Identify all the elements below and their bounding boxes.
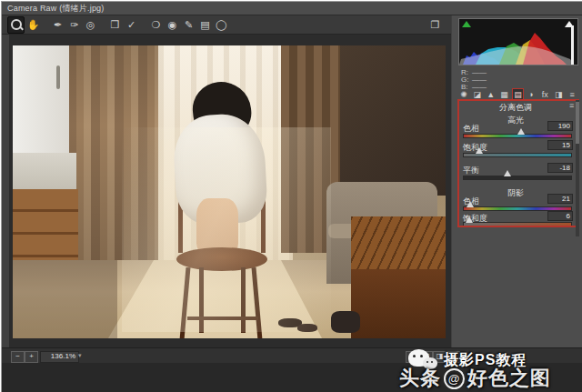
tab-presets[interactable]: ≡ — [566, 88, 578, 100]
highlights-hue-slider[interactable] — [463, 134, 572, 138]
scene-white-cabinet — [13, 45, 69, 155]
balance-slider[interactable] — [463, 176, 572, 180]
split-toning-icon: ▤ — [514, 90, 522, 99]
scene-dark-wall — [340, 45, 446, 196]
open-preferences-button[interactable]: ❐ — [427, 17, 443, 33]
spot-removal-icon: ❍ — [152, 19, 161, 31]
tab-basic[interactable]: ✺ — [457, 88, 470, 100]
lens-icon: ◗ — [529, 90, 534, 99]
panel-title: 分离色调 — [458, 102, 573, 114]
radial-filter-icon: ◯ — [216, 19, 226, 31]
panel-scrollbar-thumb[interactable] — [576, 102, 579, 144]
detail-icon: ▲ — [487, 90, 495, 99]
sampler-icon: ✑ — [70, 19, 78, 31]
histogram-graphic — [459, 19, 577, 65]
zoom-tool[interactable] — [7, 16, 25, 34]
highlights-hue-thumb[interactable] — [517, 128, 525, 135]
white-balance-tool[interactable]: ✒ — [50, 17, 65, 33]
color-sampler-tool[interactable]: ✑ — [66, 17, 82, 33]
bottom-strip — [2, 363, 582, 392]
hand-tool[interactable]: ✋ — [25, 17, 41, 33]
tab-effects[interactable]: fx — [538, 88, 551, 100]
balance-thumb[interactable] — [504, 170, 511, 176]
effects-icon: fx — [542, 90, 548, 99]
preview-menu-button[interactable]: ≡ — [447, 351, 460, 363]
shadows-sat-value[interactable]: 6 — [547, 211, 573, 221]
tab-detail[interactable]: ▲ — [485, 88, 497, 100]
toolbar: ✋ ✒ ✑ ◎ ❒ ✓ ❍ ◉ ✎ ▤ ◯ ❐ — [2, 15, 451, 35]
shadow-clipping-toggle[interactable] — [462, 21, 471, 27]
highlights-sat-value[interactable]: 15 — [547, 140, 573, 150]
brush-icon: ✎ — [185, 19, 193, 31]
eyedropper-icon: ✒ — [54, 19, 62, 31]
highlights-sat-slider[interactable] — [463, 153, 572, 157]
graduated-filter-icon: ▤ — [200, 19, 209, 31]
graduated-filter-tool[interactable]: ▤ — [197, 17, 213, 33]
camera-icon: ◨ — [555, 90, 563, 99]
preferences-icon: ❐ — [431, 19, 440, 31]
panel-tab-bar: ✺ ◪ ▲ ▦ ▤ ◗ fx ◨ ≡ — [457, 88, 579, 101]
camera-raw-window: Camera Raw (情绪片.jpg) ✋ ✒ ✑ ◎ ❒ ✓ ❍ ◉ ✎ ▤… — [1, 1, 582, 392]
tab-hsl-grayscale[interactable]: ▦ — [498, 88, 511, 100]
image-canvas[interactable] — [9, 35, 451, 347]
shadows-sat-slider[interactable] — [463, 222, 572, 226]
zoom-in-button[interactable]: + — [25, 351, 38, 363]
balance-value[interactable]: -18 — [547, 163, 573, 173]
hand-icon: ✋ — [27, 19, 40, 31]
radial-filter-tool[interactable]: ◯ — [214, 17, 229, 33]
straighten-icon: ✓ — [127, 19, 135, 31]
copy-settings-button[interactable]: ◨ — [433, 351, 447, 363]
shadows-sat-thumb[interactable] — [466, 216, 473, 223]
adjustments-panel: R:—— G:—— B:—— ✺ ◪ ▲ ▦ ▤ ◗ fx ◨ ≡ 分离色调 ≡… — [452, 15, 582, 347]
crop-icon: ❒ — [111, 19, 120, 31]
scene-cabinet-handle — [56, 65, 60, 89]
scene-bag — [331, 311, 360, 333]
title-bar: Camera Raw (情绪片.jpg) — [2, 2, 582, 15]
status-bar: − + 136.1% ▾ Y ◧ ◨ ≡ — [2, 347, 582, 364]
highlights-hue-value[interactable]: 190 — [547, 121, 573, 131]
scene-table-top — [351, 216, 446, 271]
tone-curve-icon: ◪ — [474, 90, 482, 99]
photo — [13, 45, 446, 338]
red-eye-icon: ◉ — [168, 19, 177, 31]
presets-icon: ≡ — [569, 90, 574, 99]
hsl-icon: ▦ — [500, 90, 508, 99]
targeted-adjustment-tool[interactable]: ◎ — [83, 17, 98, 33]
adjustment-brush-tool[interactable]: ✎ — [181, 17, 196, 33]
swap-before-after-button[interactable]: ◧ — [419, 351, 433, 363]
scene-light-beam — [122, 127, 331, 332]
crop-tool[interactable]: ❒ — [107, 17, 123, 33]
tab-split-toning[interactable]: ▤ — [512, 88, 525, 100]
panel-menu-icon[interactable]: ≡ — [569, 101, 574, 110]
window-title: Camera Raw (情绪片.jpg) — [7, 3, 105, 15]
histogram — [458, 18, 578, 65]
scene-counter — [13, 153, 76, 191]
before-after-view-button[interactable]: Y — [406, 351, 419, 363]
zoom-out-button[interactable]: − — [11, 351, 25, 363]
highlights-sat-thumb[interactable] — [476, 147, 483, 154]
scene-table-front — [351, 269, 446, 338]
basic-icon: ✺ — [460, 90, 467, 99]
zoom-dropdown-icon[interactable]: ▾ — [78, 352, 82, 359]
highlight-clipping-toggle[interactable] — [565, 21, 574, 27]
shadows-hue-value[interactable]: 21 — [547, 194, 573, 204]
target-icon: ◎ — [86, 19, 95, 31]
red-eye-tool[interactable]: ◉ — [165, 17, 180, 33]
magnifier-icon — [11, 19, 22, 30]
straighten-tool[interactable]: ✓ — [124, 17, 139, 33]
shadows-hue-thumb[interactable] — [467, 201, 474, 207]
tab-camera-calibration[interactable]: ◨ — [552, 88, 565, 100]
scene-floor-shadow — [13, 260, 117, 338]
tab-tone-curve[interactable]: ◪ — [471, 88, 484, 100]
tab-lens-corrections[interactable]: ◗ — [525, 88, 537, 100]
zoom-level-select[interactable]: 136.1% — [40, 351, 79, 363]
panel-scrollbar[interactable] — [576, 100, 579, 236]
spot-removal-tool[interactable]: ❍ — [148, 17, 164, 33]
